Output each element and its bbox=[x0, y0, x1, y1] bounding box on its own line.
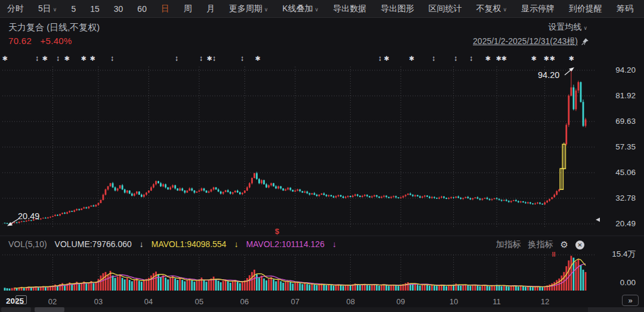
volume-down-arrow-icon: ↓ bbox=[140, 239, 144, 249]
price-axis-label: 69.63 bbox=[600, 117, 636, 126]
price-axis-label: 94.20 bbox=[600, 65, 636, 74]
time-axis-label: 04 bbox=[144, 297, 153, 306]
mavol2-value: MAVOL2:101114.126 bbox=[246, 239, 325, 249]
add-indicator-button[interactable]: 加指标 bbox=[496, 239, 521, 250]
volume-axis-label: 15.4万 bbox=[600, 249, 636, 260]
volume-indicator-header: VOL(5,10) VOLUME:79766.060 ↓ MAVOL1:9409… bbox=[8, 239, 336, 249]
time-axis-label: 10 bbox=[450, 297, 458, 306]
stock-chart-app: 分时5日∨5153060日周月更多周期∨K线叠加∨导出数据导出图形区间统计不复权… bbox=[0, 0, 644, 312]
scrollbar-track[interactable] bbox=[0, 307, 644, 312]
time-axis-label: 05 bbox=[195, 297, 203, 306]
scrollbar-thumb[interactable] bbox=[1, 307, 31, 312]
time-axis-label: 02 bbox=[48, 297, 57, 306]
time-axis-label: 09 bbox=[397, 297, 405, 306]
time-axis-label: 03 bbox=[94, 297, 103, 306]
price-axis-label: 32.78 bbox=[600, 194, 636, 202]
close-icon[interactable]: ✕ bbox=[575, 241, 584, 249]
mavol1-value: MAVOL1:94098.554 bbox=[151, 239, 227, 249]
mavol2-down-arrow-icon: ↓ bbox=[332, 239, 336, 249]
scrollbar-thumb[interactable] bbox=[35, 307, 64, 312]
gear-icon[interactable]: ⚙ bbox=[561, 239, 568, 250]
price-axis-label: 45.06 bbox=[600, 168, 636, 177]
svg-text:20.49: 20.49 bbox=[18, 211, 39, 221]
mavol1-down-arrow-icon: ↓ bbox=[234, 239, 239, 249]
scrollbar-thumb[interactable] bbox=[588, 307, 644, 312]
price-axis-label: 57.35 bbox=[600, 142, 636, 151]
price-axis-label: 81.92 bbox=[600, 91, 636, 100]
timeline-range-handle[interactable] bbox=[16, 295, 27, 304]
volume-value: VOLUME:79766.060 bbox=[55, 239, 132, 249]
volume-pane-controls: 加指标 换指标 ⚙ ✕ bbox=[496, 239, 584, 250]
indicator-name[interactable]: VOL(5,10) bbox=[8, 239, 47, 249]
kline-chart[interactable]: 94.2020.49$ bbox=[0, 0, 644, 312]
time-axis-label: 12 bbox=[541, 297, 549, 306]
switch-indicator-button[interactable]: 换指标 bbox=[528, 239, 553, 250]
time-axis-label: 07 bbox=[291, 297, 299, 306]
time-axis-label: 06 bbox=[240, 297, 249, 306]
time-axis-label: 11 bbox=[493, 297, 501, 306]
time-axis-label: 08 bbox=[346, 297, 355, 306]
svg-text:$: $ bbox=[275, 227, 280, 236]
volume-axis-label: 0.00 bbox=[600, 278, 636, 287]
price-axis-label: 20.49 bbox=[600, 219, 636, 228]
scroll-next-button[interactable]: » bbox=[622, 295, 639, 306]
svg-text:94.20: 94.20 bbox=[538, 70, 559, 80]
